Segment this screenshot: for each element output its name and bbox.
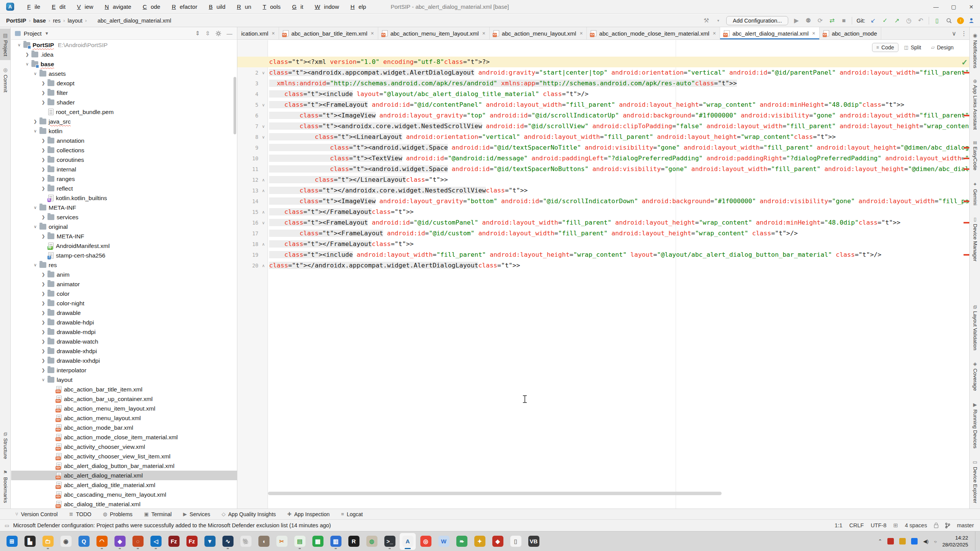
code-line-1[interactable]: class="t"><?xml version="1.0" encoding="… [237, 57, 971, 67]
tab-options-kebab-icon[interactable]: ⋮ [961, 30, 967, 37]
tool-window-todo[interactable]: ≣TODO [69, 511, 91, 517]
collapsed-arrow-icon[interactable]: ❯ [39, 148, 47, 153]
tree-item-abc-action-bar-up-container-xml[interactable]: <>abc_action_bar_up_container.xml [11, 394, 237, 404]
editor[interactable]: 12∨345∨67∨8∨9101112∧13∧1415∧16∨1718∧1920… [237, 40, 971, 509]
coverage-button[interactable]: ⇄ [828, 17, 836, 24]
line-separator[interactable]: CRLF [849, 522, 864, 528]
taskbar-app-vbnet[interactable]: VB [526, 533, 542, 550]
ide-update-icon[interactable]: ↑ [957, 17, 964, 24]
code-line-8[interactable]: class="t"><LinearLayout android:orientat… [269, 132, 971, 142]
tool-window-structure[interactable]: ⧉Structure [0, 429, 11, 463]
add-configuration-button[interactable]: Add Configuration... [726, 16, 788, 25]
tree-item-stamp-cert-sha256[interactable]: ?stamp-cert-sha256 [11, 251, 237, 260]
status-message[interactable]: Microsoft Defender configuration: Projec… [13, 522, 331, 528]
tree-item-animator[interactable]: ❯animator [11, 279, 237, 289]
tree-item-kotlin[interactable]: ∨kotlin [11, 126, 237, 136]
menu-build[interactable]: Build [201, 0, 229, 13]
error-stripe-mark[interactable] [964, 201, 969, 202]
menu-window[interactable]: Window [307, 0, 343, 13]
fold-end-icon[interactable]: ∧ [260, 260, 266, 271]
editor-tab-abc-action-bar-title-item-xml[interactable]: abc_action_bar_title_item.xml× [279, 27, 378, 39]
tree-item-root-cert-bundle-pem[interactable]: root_cert_bundle.pem [11, 107, 237, 117]
tree-item-coroutines[interactable]: ❯coroutines [11, 155, 237, 165]
collapsed-arrow-icon[interactable]: ❯ [23, 52, 31, 57]
profiler-button[interactable]: ⟳ [816, 17, 824, 24]
tool-window-layout-validation[interactable]: ⧉Layout Validation [970, 302, 980, 354]
editor-tab-abc-action-menu-layout-xml[interactable]: abc_action_menu_layout.xml× [490, 27, 587, 39]
file-encoding[interactable]: UTF-8 [871, 522, 886, 528]
menu-code[interactable]: Code [135, 0, 164, 13]
tree-item-original[interactable]: ∨original [11, 222, 237, 231]
tool-window-version-control[interactable]: ⑂Version Control [15, 511, 58, 517]
taskbar-app-doc-white[interactable]: ▯ [508, 533, 524, 550]
menu-view[interactable]: View [69, 0, 97, 13]
code-line-6[interactable]: class="t"><ImageView android:layout_grav… [269, 110, 971, 121]
taskbar-app-gold-app[interactable]: ✦ [472, 533, 488, 550]
tree-item-layout[interactable]: ∨layout [11, 375, 237, 385]
code-line-12[interactable]: class="t"></LinearLayoutclass="t">> [269, 174, 971, 185]
volume-icon[interactable]: ◀) [923, 538, 928, 544]
taskbar-app-green-app[interactable]: ❧ [454, 533, 470, 550]
collapsed-arrow-icon[interactable]: ❯ [39, 310, 47, 315]
taskbar-app-browser-compass[interactable]: ◉ [58, 533, 74, 550]
tree-item-shader[interactable]: ❯shader [11, 98, 237, 107]
taskbar-app-app-dark[interactable]: ▙ [22, 533, 38, 550]
rollback-icon[interactable]: ↶ [917, 17, 924, 24]
tool-window-logcat[interactable]: ≡Logcat [341, 511, 363, 517]
editor-tab-abc-action-menu-item-layout-xml[interactable]: abc_action_menu_item_layout.xml× [378, 27, 490, 39]
tree-item-drawable-hdpi[interactable]: ❯drawable-hdpi [11, 318, 237, 327]
stop-button[interactable]: ■ [840, 17, 848, 24]
tree-item-abc-alert-dialog-button-bar-material-xml[interactable]: <>abc_alert_dialog_button_bar_material.x… [11, 461, 237, 471]
expanded-arrow-icon[interactable]: ∨ [15, 42, 23, 47]
breadcrumb-item[interactable]: PortSIP [6, 18, 26, 24]
tree-item-drawable-mdpi[interactable]: ❯drawable-mdpi [11, 327, 237, 337]
debug-button[interactable]: ⚉ [804, 17, 812, 24]
network-icon[interactable]: ⌔ [934, 538, 937, 544]
tree-item-drawable-watch[interactable]: ❯drawable-watch [11, 337, 237, 346]
close-tab-icon[interactable]: × [713, 30, 716, 36]
tree-item-abc-action-mode-close-item-material-xml[interactable]: <>abc_action_mode_close_item_material.xm… [11, 432, 237, 442]
tree-item-assets[interactable]: ∨assets [11, 69, 237, 78]
collapsed-arrow-icon[interactable]: ❯ [39, 157, 47, 162]
fold-region-icon[interactable]: ∨ [260, 99, 266, 110]
tree-item-dexopt[interactable]: ❯dexopt [11, 78, 237, 88]
view-mode-design[interactable]: ▱Design [927, 43, 958, 52]
collapsed-arrow-icon[interactable]: ❯ [39, 329, 47, 334]
tool-window-running-devices[interactable]: ▶Running Devices [970, 398, 980, 452]
menu-help[interactable]: Help [343, 0, 370, 13]
close-button[interactable]: ✕ [962, 0, 980, 13]
search-everywhere-icon[interactable] [945, 18, 953, 24]
error-stripe-mark[interactable] [964, 147, 969, 148]
tree-item-anim[interactable]: ❯anim [11, 270, 237, 279]
close-tab-icon[interactable]: × [272, 30, 275, 36]
expand-all-icon[interactable]: ⇕ [195, 30, 200, 37]
tray-chevron-up-icon[interactable]: ⌃ [878, 538, 882, 544]
view-mode-split[interactable]: ◫Split [900, 43, 926, 52]
code-line-7[interactable]: class="t"><androidx.core.widget.NestedSc… [269, 121, 971, 132]
taskbar-app-search-tool[interactable]: Q [76, 533, 92, 550]
tree-item-abc-action-menu-item-layout-xml[interactable]: <>abc_action_menu_item_layout.xml [11, 404, 237, 413]
indent-size[interactable]: 4 spaces [905, 522, 927, 528]
code-line-16[interactable]: class="t"><FrameLayout android:id="@id/c… [269, 217, 971, 228]
taskbar-app-terminal[interactable]: >_ [382, 533, 398, 550]
collapsed-arrow-icon[interactable]: ❯ [39, 215, 47, 220]
fold-region-icon[interactable]: ∨ [260, 121, 266, 132]
taskbar-app-visual-studio[interactable]: ◆ [112, 533, 128, 550]
tree-item--idea[interactable]: ❯.idea [11, 50, 237, 59]
tree-item-ranges[interactable]: ❯ranges [11, 174, 237, 184]
project-tree-scrollbar[interactable] [234, 77, 236, 134]
fold-end-icon[interactable]: ∧ [260, 239, 266, 249]
code-line-20[interactable]: class="t"></androidx.appcompat.widget.Al… [269, 260, 971, 271]
tray-gold-app-icon[interactable] [899, 538, 906, 544]
code-line-13[interactable]: class="t"></androidx.core.widget.NestedS… [269, 185, 971, 196]
tree-item-base[interactable]: ∨base [11, 59, 237, 69]
collapsed-arrow-icon[interactable]: ❯ [39, 282, 47, 287]
taskbar-app-vscode[interactable]: ◁ [148, 533, 164, 550]
git-update-icon[interactable]: ↙ [869, 17, 877, 24]
build-tool-icon[interactable]: ⚒ [702, 17, 710, 24]
tree-item-collections[interactable]: ❯collections [11, 145, 237, 155]
tree-item-abc-alert-dialog-title-material-xml[interactable]: <>abc_alert_dialog_title_material.xml [11, 480, 237, 490]
code-line-14[interactable]: class="t"><ImageView android:layout_grav… [269, 196, 971, 207]
taskbar-app-notepad-plus[interactable]: ▤ [292, 533, 308, 550]
collapsed-arrow-icon[interactable]: ❯ [39, 90, 47, 95]
